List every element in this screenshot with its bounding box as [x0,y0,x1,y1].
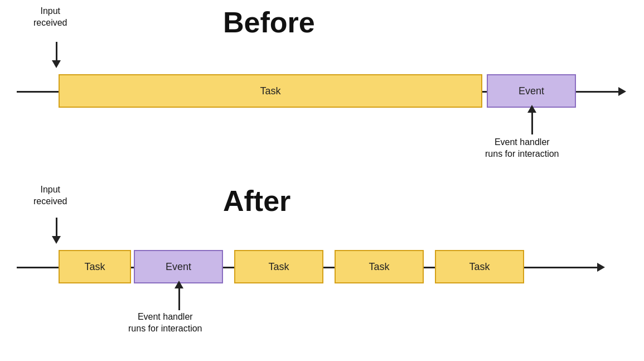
after-event-handler-label: Event handlerruns for interaction [128,311,202,335]
before-input-label: Inputreceived [33,6,67,29]
after-timeline-left [17,267,59,268]
after-timeline-4 [424,267,435,268]
after-task4-box: Task [435,250,524,283]
before-task-box: Task [59,74,482,108]
after-event-box: Event [134,250,223,283]
before-event-handler-label: Event handlerruns for interaction [485,137,559,160]
before-arrow-right [618,87,626,96]
after-timeline-3 [323,267,335,268]
before-input-arrow [52,60,61,68]
after-input-arrow [52,236,61,244]
after-timeline-right [524,267,599,268]
before-event-box: Event [487,74,576,108]
before-timeline-left [17,91,59,93]
before-timeline-right [576,91,621,93]
after-timeline-2 [223,267,234,268]
after-task3-box: Task [335,250,424,283]
after-input-label: Inputreceived [33,184,67,208]
after-task2-box: Task [234,250,323,283]
after-title: After [223,184,290,218]
before-timeline-mid [482,91,487,93]
after-task1-box: Task [59,250,131,283]
diagram-container: Before Inputreceived Task Event Event ha… [0,0,644,361]
after-arrow-right [597,263,605,272]
before-title: Before [223,6,315,39]
after-event-arrow-up [175,281,183,288]
before-event-arrow-up [527,105,536,113]
